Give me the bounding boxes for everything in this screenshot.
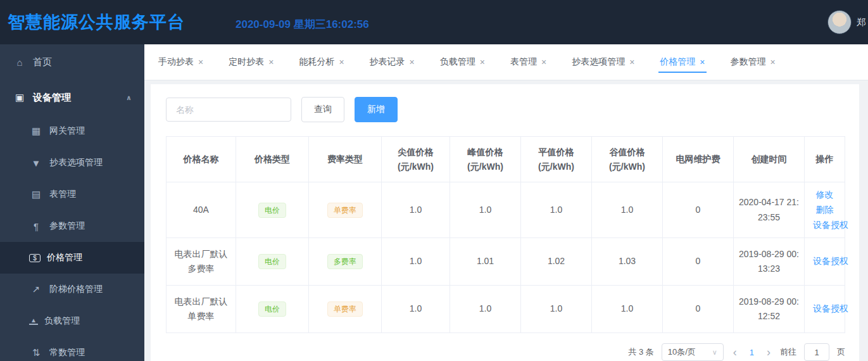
tab-bar: 手动抄表 × 定时抄表 × 能耗分析 × 抄表记录 × 负载管理 ×: [144, 44, 868, 80]
sidebar-item-label: 抄表选项管理: [49, 157, 103, 168]
close-icon[interactable]: ×: [268, 57, 274, 67]
sidebar-item-load-management[interactable]: ▲ 负载管理: [0, 305, 144, 337]
sidebar-item-ladder-price-management[interactable]: ↗ 阶梯价格管理: [0, 274, 144, 305]
username: 郑: [857, 16, 868, 28]
sidebar-item-home[interactable]: ⌂ 首页: [0, 44, 144, 80]
sidebar-item-price-management[interactable]: $ 价格管理: [0, 242, 144, 274]
cell-price-name: 电表出厂默认多费率: [167, 238, 236, 286]
cell-flat-price: 1.0: [521, 182, 592, 238]
tab-label: 表管理: [510, 56, 537, 68]
tab-reading-records[interactable]: 抄表记录 ×: [362, 44, 422, 80]
tab-manual-reading[interactable]: 手动抄表 ×: [151, 44, 211, 80]
cell-peak-price: 1.01: [450, 238, 521, 286]
close-icon[interactable]: ×: [410, 57, 415, 67]
cell-valley-price: 1.0: [592, 286, 663, 333]
price-table: 价格名称 价格类型 费率类型 尖值价格(元/kWh) 峰值价格(元/kWh) 平…: [166, 136, 845, 333]
tab-label: 能耗分析: [299, 56, 334, 68]
query-button[interactable]: 查询: [301, 97, 344, 122]
cell-price-type: 电价: [236, 182, 309, 238]
add-button[interactable]: 新增: [355, 97, 398, 122]
close-icon[interactable]: ×: [480, 57, 485, 67]
price-type-badge: 电价: [258, 254, 286, 269]
filter-icon: ▼: [29, 158, 43, 168]
cell-actions: 设备授权: [805, 286, 845, 333]
column-header: 操作: [805, 137, 845, 182]
device-authorize-link[interactable]: 设备授权: [813, 254, 848, 269]
close-icon[interactable]: ×: [771, 57, 776, 67]
close-icon[interactable]: ×: [339, 57, 344, 67]
tab-parameter-management[interactable]: 参数管理 ×: [723, 44, 783, 80]
cell-grid-fee: 0: [663, 182, 734, 238]
sidebar-item-meter-reading-options[interactable]: ▼ 抄表选项管理: [0, 147, 144, 179]
goto-label: 前往: [780, 346, 796, 358]
search-input[interactable]: [166, 98, 291, 122]
monitor-icon: ▣: [13, 92, 27, 103]
sidebar-item-label: 阶梯价格管理: [49, 284, 103, 295]
price-management-panel: 查询 新增 价格名称 价格类型 费率: [151, 84, 859, 361]
close-icon[interactable]: ×: [700, 57, 705, 67]
tab-label: 负载管理: [440, 56, 475, 68]
eject-icon: ▲: [29, 317, 38, 325]
money-icon: $: [29, 254, 41, 262]
sidebar-item-label: 网关管理: [49, 125, 85, 137]
column-header: 峰值价格(元/kWh): [450, 137, 521, 182]
column-header: 价格类型: [236, 137, 309, 182]
cell-rate-type: 单费率: [309, 182, 382, 238]
sidebar-item-device-management[interactable]: ▣ 设备管理 ∧: [0, 80, 144, 115]
avatar[interactable]: [827, 10, 852, 34]
close-icon[interactable]: ×: [541, 57, 546, 67]
total-count: 共 3 条: [628, 346, 653, 358]
tab-label: 价格管理: [660, 56, 695, 68]
header-user-area: 郑: [827, 10, 868, 34]
cell-flat-price: 1.0: [521, 286, 592, 333]
cell-rate-type: 多费率: [309, 238, 382, 286]
sidebar-item-label: 价格管理: [47, 252, 82, 263]
column-header: 价格名称: [167, 137, 236, 182]
home-icon: ⌂: [13, 57, 27, 68]
sidebar-item-constant-management[interactable]: ⇅ 常数管理: [0, 337, 144, 361]
pagination: 共 3 条 10条/页 ∨ ‹ 1 › 前往 页: [166, 333, 845, 361]
cell-actions: 设备授权: [805, 238, 845, 286]
price-type-badge: 电价: [258, 301, 286, 317]
page-unit-label: 页: [837, 346, 845, 358]
tab-energy-analysis[interactable]: 能耗分析 ×: [291, 44, 351, 80]
goto-page-input[interactable]: [804, 343, 829, 361]
delete-link[interactable]: 删除: [816, 203, 834, 218]
close-icon[interactable]: ×: [629, 57, 634, 67]
cell-actions: 修改删除设备授权: [805, 182, 845, 238]
cell-sharp-price: 1.0: [382, 238, 450, 286]
device-authorize-link[interactable]: 设备授权: [813, 218, 848, 233]
tab-label: 参数管理: [731, 56, 766, 68]
current-page[interactable]: 1: [746, 348, 757, 357]
prev-page-button[interactable]: ‹: [731, 346, 739, 358]
cell-price-name: 40A: [167, 182, 236, 238]
app-title: 智慧能源公共服务平台: [8, 11, 185, 34]
edit-link[interactable]: 修改: [816, 187, 834, 203]
book-icon: ▤: [29, 189, 43, 200]
close-icon[interactable]: ×: [198, 57, 203, 67]
sidebar-item-parameter-management[interactable]: ¶ 参数管理: [0, 210, 144, 242]
tab-label: 手动抄表: [158, 56, 194, 68]
rate-type-badge: 多费率: [327, 254, 363, 269]
tab-load-management[interactable]: 负载管理 ×: [432, 44, 493, 80]
page-size-select[interactable]: 10条/页 ∨: [662, 343, 724, 361]
sidebar-item-label: 参数管理: [49, 220, 85, 232]
table-header-row: 价格名称 价格类型 费率类型 尖值价格(元/kWh) 峰值价格(元/kWh) 平…: [167, 137, 845, 182]
cell-created-time: 2019-08-29 00:12:52: [734, 286, 805, 333]
layout-body: ⌂ 首页 ▣ 设备管理 ∧ ▦ 网关管理 ▼ 抄表选项管理 ▤ 表管理 ¶: [0, 44, 868, 361]
cell-grid-fee: 0: [663, 238, 734, 286]
sidebar-item-meter-management[interactable]: ▤ 表管理: [0, 179, 144, 210]
tab-reading-options-management[interactable]: 抄表选项管理 ×: [564, 44, 642, 80]
tab-price-management[interactable]: 价格管理 ×: [652, 44, 712, 80]
next-page-button[interactable]: ›: [765, 346, 772, 358]
tab-scheduled-reading[interactable]: 定时抄表 ×: [221, 44, 281, 80]
sidebar-item-gateway-management[interactable]: ▦ 网关管理: [0, 115, 144, 147]
price-type-badge: 电价: [258, 203, 286, 218]
column-header: 尖值价格(元/kWh): [382, 137, 450, 182]
device-authorize-link[interactable]: 设备授权: [813, 301, 848, 317]
tab-meter-management[interactable]: 表管理 ×: [503, 44, 554, 80]
pilcrow-icon: ¶: [29, 221, 43, 232]
cell-price-type: 电价: [236, 238, 309, 286]
table-row: 40A 电价 单费率 1.0 1.0 1.0 1.0 0 2020-04-17 …: [167, 182, 845, 238]
cell-flat-price: 1.02: [521, 238, 592, 286]
